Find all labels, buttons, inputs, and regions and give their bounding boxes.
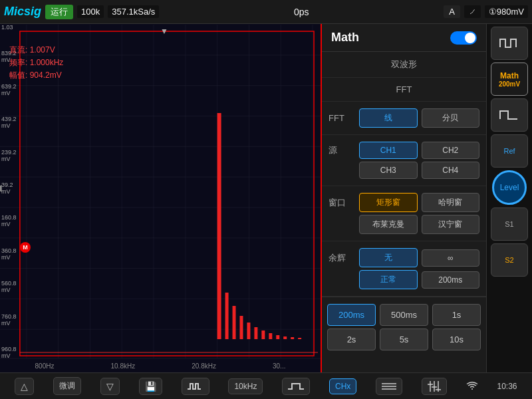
- wave-up-btn[interactable]: [182, 378, 209, 395]
- ch-mode-btn[interactable]: [376, 378, 402, 395]
- fine-adj-btn[interactable]: 微调: [53, 377, 81, 395]
- ch4-btn[interactable]: CH4: [422, 162, 480, 179]
- time-offset: 0ps: [163, 7, 440, 17]
- adjust-icon: [428, 381, 441, 392]
- persist-none-btn[interactable]: 无: [359, 248, 418, 267]
- persist-inf-btn[interactable]: ∞: [422, 249, 480, 267]
- s1-label: S1: [505, 220, 513, 228]
- time-row1: 200ms 500ms 1s: [327, 304, 481, 326]
- fft-linear-btn[interactable]: 线: [359, 108, 418, 128]
- 200ms-btn[interactable]: 200ms: [327, 304, 376, 326]
- up-arrow-icon: △: [21, 381, 28, 392]
- s1-btn[interactable]: S1: [491, 207, 528, 241]
- square-wave2-btn[interactable]: [491, 98, 528, 132]
- ref-btn[interactable]: Ref: [491, 134, 528, 168]
- fine-label: 微调: [59, 380, 75, 392]
- level-knob[interactable]: ◀ Level: [492, 170, 527, 205]
- channel-label[interactable]: A: [444, 5, 460, 18]
- save-btn[interactable]: 💾: [139, 378, 162, 395]
- svg-rect-26: [247, 323, 250, 339]
- adjust-btn[interactable]: [422, 378, 447, 395]
- clock-display: 10:36: [497, 382, 517, 391]
- s2-btn[interactable]: S2: [491, 243, 528, 277]
- math-panel-title: Math: [331, 31, 359, 45]
- fft-buttons-row: FFT 线 分贝: [329, 108, 479, 128]
- measurements-overlay: 直流: 1.007V 频率: 1.000kHz 幅值: 904.2mV: [9, 44, 63, 82]
- s2-label: S2: [505, 256, 513, 264]
- main-area: 1.03 839.2mV 639.2mV 439.2mV 239.2mV 39.…: [0, 24, 532, 372]
- fft-label-row: FFT: [329, 84, 479, 94]
- chx-btn[interactable]: CHx: [329, 378, 356, 394]
- dc-measurement: 直流: 1.007V: [9, 44, 63, 57]
- window-section: 窗口 矩形窗 哈明窗 布莱克曼 汉宁窗: [322, 186, 486, 241]
- pulse-wave-icon: [188, 381, 203, 392]
- up-arrow-btn[interactable]: △: [15, 378, 34, 395]
- fft-row-label: FFT: [329, 113, 355, 123]
- math-side-label: Math: [500, 71, 519, 80]
- svg-rect-27: [254, 327, 257, 339]
- persist-section: 余辉 无 ∞ 正常 200ms: [322, 241, 486, 297]
- ch1-btn[interactable]: CH1: [359, 142, 418, 159]
- 500ms-btn[interactable]: 500ms: [380, 304, 428, 326]
- rect-window-btn[interactable]: 矩形窗: [359, 193, 418, 212]
- level-label: Level: [500, 183, 519, 192]
- 2s-btn[interactable]: 2s: [327, 329, 376, 350]
- down-arrow-btn[interactable]: ▽: [100, 378, 120, 395]
- persist-row: 余辉 无 ∞: [329, 248, 479, 267]
- fft-db-btn[interactable]: 分贝: [422, 108, 480, 128]
- 200ms-persist-btn[interactable]: 200ms: [422, 271, 480, 289]
- svg-rect-23: [225, 293, 229, 339]
- oscilloscope-screen[interactable]: 1.03 839.2mV 639.2mV 439.2mV 239.2mV 39.…: [0, 24, 322, 372]
- time-row2: 2s 5s 10s: [327, 329, 481, 350]
- ch3-btn[interactable]: CH3: [359, 162, 418, 179]
- freq-measurement: 频率: 1.000kHz: [9, 57, 63, 69]
- source-row1: 源 CH1 CH2: [329, 142, 479, 159]
- normal-btn[interactable]: 正常: [359, 270, 418, 289]
- 10s-btn[interactable]: 10s: [432, 329, 481, 350]
- sample-count: 100k: [77, 5, 104, 18]
- waveform-section: 双波形: [322, 52, 486, 78]
- fft-section: FFT: [322, 78, 486, 102]
- window-row1: 窗口 矩形窗 哈明窗: [329, 193, 479, 212]
- svg-rect-22: [217, 113, 221, 339]
- window-label: 窗口: [329, 197, 355, 209]
- svg-rect-33: [298, 338, 301, 339]
- wifi-symbol: [466, 381, 478, 390]
- x-axis-labels: 800Hz 10.8kHz 20.8kHz 30...: [0, 362, 321, 370]
- 1s-btn[interactable]: 1s: [432, 304, 481, 326]
- 5s-btn[interactable]: 5s: [380, 329, 428, 350]
- chx-label: CHx: [335, 382, 350, 391]
- fft-label: FFT: [329, 84, 479, 94]
- fft-buttons-section: FFT 线 分贝: [322, 102, 486, 135]
- amplitude-measurement: 幅值: 904.2mV: [9, 69, 63, 82]
- source-label: 源: [329, 144, 355, 156]
- down-arrow-icon: ▽: [106, 381, 114, 392]
- right-panel: Math 双波形 FFT FFT 线 分贝: [322, 24, 532, 372]
- wave-single-btn[interactable]: [282, 378, 310, 395]
- ch2-btn[interactable]: CH2: [422, 142, 480, 159]
- single-wave-icon: [288, 381, 304, 392]
- hanning-btn[interactable]: 汉宁窗: [422, 215, 480, 234]
- waveform-row: 双波形: [329, 59, 479, 70]
- math-toggle[interactable]: [450, 31, 477, 45]
- waveform-label: 双波形: [329, 59, 479, 70]
- time-row: 正常 200ms: [329, 270, 479, 289]
- svg-rect-25: [240, 316, 243, 339]
- square-wave-icon: [499, 37, 520, 50]
- brand-logo: Micsig: [4, 5, 41, 19]
- svg-rect-24: [233, 306, 236, 339]
- ch-mode-icon: [382, 381, 396, 392]
- window-row2: 布莱克曼 汉宁窗: [329, 215, 479, 234]
- trigger-marker: ▼: [160, 27, 168, 36]
- time-section: 200ms 500ms 1s 2s 5s 10s: [322, 297, 486, 357]
- marker-m: M: [20, 242, 31, 253]
- freq-btn[interactable]: 10kHz: [228, 378, 263, 394]
- math-side-btn[interactable]: Math 200mV: [491, 63, 528, 96]
- blackman-btn[interactable]: 布莱克曼: [359, 215, 418, 234]
- waveform-icon: ⟋: [464, 5, 481, 18]
- save-icon: 💾: [145, 381, 156, 392]
- square-wave-top-btn[interactable]: [491, 27, 528, 60]
- run-button[interactable]: 运行: [45, 5, 73, 19]
- measurement-value: ①980mV: [485, 5, 528, 18]
- haming-window-btn[interactable]: 哈明窗: [422, 193, 480, 212]
